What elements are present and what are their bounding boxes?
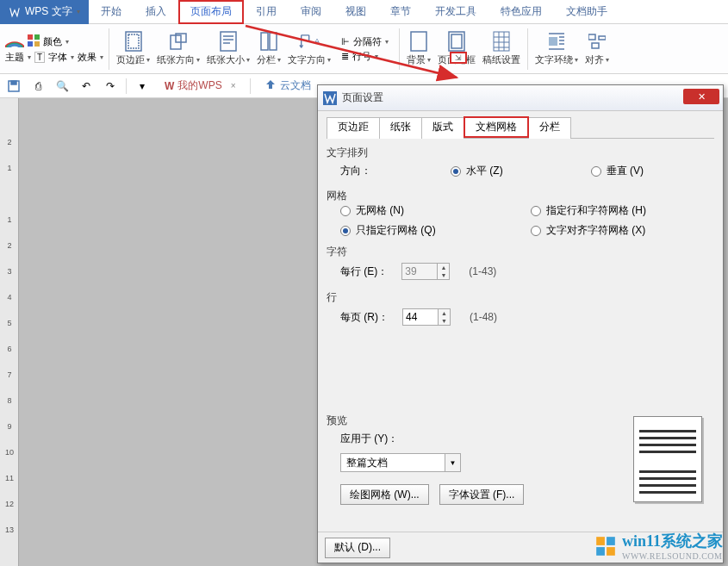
tab-columns[interactable]: 分栏 (528, 117, 571, 139)
text-direction-button[interactable]: A 文字方向▾ (284, 25, 334, 73)
separator-linenum-group: ⊩分隔符▾ ≣行号▾ (334, 24, 395, 73)
redo-icon[interactable]: ↷ (102, 78, 119, 95)
per-page-input[interactable] (402, 308, 439, 326)
font-label[interactable]: 字体 (48, 51, 67, 64)
svg-rect-24 (607, 537, 615, 545)
per-page-spinner[interactable]: ▲▼ (402, 308, 451, 326)
effect-label[interactable]: 效果 (78, 51, 96, 64)
page-margin-icon (123, 31, 144, 52)
separator (250, 78, 251, 94)
tab-doc-grid[interactable]: 文档网格 (464, 116, 529, 138)
save-icon[interactable] (5, 78, 22, 95)
spin-up-icon: ▲ (438, 264, 449, 271)
app-brand: WPS 文字 ▾ (0, 0, 89, 24)
linenum-label[interactable]: 行号 (352, 50, 371, 63)
color-label[interactable]: 颜色 (43, 35, 62, 48)
columns-button[interactable]: 分栏▾ (253, 25, 284, 73)
menu-review[interactable]: 审阅 (289, 0, 333, 24)
wps-logo-icon: W (165, 80, 174, 92)
radio-align-char-grid[interactable]: 文字对齐字符网格 (X) (531, 223, 714, 238)
tab-cloud-doc[interactable]: 云文档 (258, 77, 318, 96)
svg-rect-2 (28, 41, 33, 47)
page-border-button[interactable]: 页面边框 (434, 25, 479, 73)
menu-reference[interactable]: 引用 (244, 0, 289, 24)
dialog-app-icon (323, 91, 337, 105)
dialog-tabstrip: 页边距 纸张 版式 文档网格 分栏 (327, 116, 714, 139)
manuscript-button[interactable]: 稿纸设置 (479, 25, 524, 73)
tab-margins[interactable]: 页边距 (327, 117, 380, 139)
svg-rect-1 (34, 34, 40, 40)
chevron-down-icon[interactable]: ▾ (71, 53, 74, 61)
font-settings-button[interactable]: 字体设置 (F)... (439, 484, 525, 505)
apply-to-combo[interactable]: 整篇文档 ▼ (340, 453, 461, 472)
default-button[interactable]: 默认 (D)... (325, 538, 390, 558)
radio-vertical[interactable]: 垂直 (V) (591, 164, 644, 178)
tab-my-wps[interactable]: W 我的WPS × (158, 77, 243, 96)
spin-down-icon: ▼ (438, 271, 449, 279)
dialog-titlebar[interactable]: 页面设置 ✕ (318, 85, 723, 111)
paper-orient-button[interactable]: 纸张方向▾ (153, 25, 203, 73)
spin-down-icon[interactable]: ▼ (439, 317, 450, 325)
group-grid: 网格 无网格 (N) 指定行和字符网格 (H) 只指定行网格 (Q) 文字对齐字… (327, 189, 714, 238)
chevron-down-icon[interactable]: ▾ (100, 53, 103, 61)
menu-chapter[interactable]: 章节 (378, 0, 423, 24)
tab-layout[interactable]: 版式 (421, 117, 464, 139)
menu-insert[interactable]: 插入 (134, 0, 178, 24)
menu-special[interactable]: 特色应用 (488, 0, 554, 24)
preview-icon[interactable]: 🔍 (53, 78, 71, 95)
per-line-spinner[interactable]: ▲▼ (401, 263, 450, 280)
chevron-down-icon[interactable]: ▾ (65, 38, 69, 46)
dialog-launcher-indicator[interactable]: ⇲ (450, 52, 467, 64)
radio-row-char-grid[interactable]: 指定行和字符网格 (H) (531, 203, 714, 218)
dialog-body: 页边距 纸张 版式 文档网格 分栏 文字排列 方向： 水平 (Z) 垂直 (V)… (318, 111, 723, 512)
per-line-input (401, 263, 438, 280)
separator (126, 78, 127, 94)
vertical-ruler: 2 1 1 2 3 4 5 6 7 8 9 10 11 12 13 (0, 98, 19, 566)
menu-page-layout[interactable]: 页面布局 (178, 0, 244, 24)
chevron-down-icon[interactable]: ▾ (28, 53, 31, 61)
columns-icon (258, 31, 279, 52)
dialog-title: 页面设置 (342, 90, 383, 105)
qat-dropdown-icon[interactable]: ▾ (134, 78, 151, 95)
spin-up-icon[interactable]: ▲ (439, 309, 450, 317)
page-preview (633, 416, 702, 502)
undo-icon[interactable]: ↶ (78, 78, 95, 95)
radio-no-grid[interactable]: 无网格 (N) (340, 203, 524, 218)
page-margin-button[interactable]: 页边距▾ (113, 25, 153, 73)
app-menu-dropdown-icon[interactable]: ▾ (77, 8, 80, 16)
tab-cloud-label: 云文档 (280, 78, 311, 93)
menu-view[interactable]: 视图 (333, 0, 378, 24)
align-icon (587, 31, 607, 52)
radio-row-only-grid[interactable]: 只指定行网格 (Q) (340, 223, 524, 238)
theme-icon (5, 34, 24, 49)
align-button[interactable]: 对齐▾ (582, 25, 613, 73)
svg-rect-13 (451, 34, 462, 48)
theme-label[interactable]: 主题 (5, 51, 24, 64)
separator-label[interactable]: 分隔符 (353, 35, 382, 48)
svg-rect-9 (261, 33, 268, 50)
print-icon[interactable]: ⎙ (29, 78, 47, 95)
chevron-down-icon[interactable]: ▾ (385, 38, 389, 46)
background-button[interactable]: 背景▾ (403, 25, 434, 73)
group-grid-label: 网格 (327, 189, 714, 203)
svg-rect-3 (34, 41, 40, 47)
text-wrap-button[interactable]: 文字环绕▾ (532, 25, 582, 73)
menu-developer[interactable]: 开发工具 (423, 0, 488, 24)
text-direction-icon: A (299, 31, 320, 52)
menu-doc-helper[interactable]: 文档助手 (554, 0, 619, 24)
cloud-icon (264, 78, 277, 93)
close-button[interactable]: ✕ (683, 89, 719, 104)
tab-paper[interactable]: 纸张 (379, 117, 422, 139)
menu-start[interactable]: 开始 (89, 0, 134, 24)
linenum-icon: ≣ (341, 51, 349, 62)
group-line-label: 行 (327, 290, 714, 305)
color-palette-icon (28, 34, 40, 48)
draw-grid-button[interactable]: 绘图网格 (W)... (340, 484, 429, 505)
radio-horizontal[interactable]: 水平 (Z) (451, 164, 503, 178)
close-tab-icon[interactable]: × (231, 81, 236, 90)
paper-size-button[interactable]: 纸张大小▾ (203, 25, 253, 73)
svg-rect-26 (607, 547, 615, 556)
chevron-down-icon[interactable]: ▼ (445, 454, 460, 471)
chevron-down-icon[interactable]: ▾ (375, 53, 378, 60)
tab-my-wps-label: 我的WPS (177, 78, 221, 93)
